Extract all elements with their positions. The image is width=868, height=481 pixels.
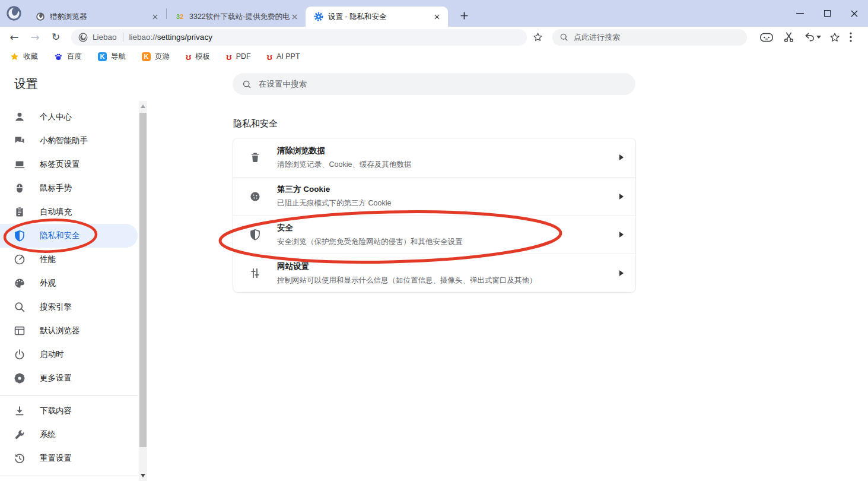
sidebar-divider [0,476,138,476]
tab-close-icon[interactable] [290,12,300,22]
quick-search-input[interactable] [574,33,716,42]
bookmark-ai-ppt[interactable]: ʊ AI PPT [267,52,300,61]
bookmark-label: 百度 [67,52,82,62]
sidebar-item-tab-page[interactable]: 标签页设置 [0,153,138,176]
baidu-paw-icon [54,52,63,61]
chat-icon [14,135,26,147]
minimize-button[interactable] [786,0,813,27]
liebao-gray-favicon-icon [36,12,45,21]
bookmark-label: 导航 [111,52,126,62]
sidebar-scrollbar[interactable] [139,101,147,481]
clipboard-icon [14,206,26,218]
row-subtitle: 控制网站可以使用和显示什么信息（如位置信息、摄像头、弹出式窗口及其他） [277,276,537,286]
sidebar-item-label: 重置设置 [40,453,72,464]
settings-search-box[interactable] [233,73,635,95]
row-third-party-cookies[interactable]: 第三方 Cookie 已阻止无痕模式下的第三方 Cookie [233,177,635,216]
bookmark-label: 模板 [195,52,210,62]
speedometer-icon [14,254,26,265]
tab-title: 3322软件下载站-提供免费的电脑软 [189,12,290,22]
address-bar[interactable]: Liebao liebao://settings/privacy [71,29,527,46]
sidebar-item-performance[interactable]: 性能 [0,248,138,271]
scroll-down-arrow-icon[interactable] [141,474,145,477]
row-security[interactable]: 安全 安全浏览（保护您免受危险网站的侵害）和其他安全设置 [233,216,635,254]
docer-icon: ʊ [267,52,272,61]
bookmark-favorites[interactable]: 收藏 [10,52,38,62]
tab-close-icon[interactable] [432,12,442,22]
wrench-icon [14,429,26,441]
scissors-icon[interactable] [783,31,794,43]
tab-3322-site[interactable]: 32 3322软件下载站-提供免费的电脑软 [167,7,306,27]
row-title: 安全 [277,223,463,233]
bookmark-pdf[interactable]: ʊ PDF [226,52,250,61]
shield-icon [249,229,261,240]
mouse-icon [14,182,26,194]
search-icon [14,301,26,313]
scrollbar-thumb[interactable] [139,113,147,447]
bookmark-baidu[interactable]: 百度 [54,52,82,62]
sidebar-item-label: 自动填充 [40,207,72,217]
sidebar-item-assistant[interactable]: 小豹智能助手 [0,129,138,153]
scroll-up-arrow-icon[interactable] [141,105,145,108]
sidebar-item-privacy-security[interactable]: 隐私和安全 [0,224,138,248]
3322-favicon-icon: 32 [175,12,185,21]
row-subtitle: 已阻止无痕模式下的第三方 Cookie [277,198,391,208]
sidebar-item-more-settings[interactable]: 更多设置 [0,366,138,390]
sidebar-item-label: 外观 [40,278,56,289]
favorites-star-icon[interactable] [829,32,840,43]
k-orange-icon: K [142,52,151,61]
bookmark-templates[interactable]: ʊ 模板 [186,52,210,62]
bookmark-label: 收藏 [23,52,38,62]
sidebar-item-on-startup[interactable]: 启动时 [0,343,138,366]
settings-search-input[interactable] [259,80,591,88]
sidebar-item-search-engine[interactable]: 搜索引擎 [0,295,138,319]
docer-icon: ʊ [186,52,191,61]
sidebar-item-label: 性能 [40,254,56,265]
settings-sidebar: 个人中心 小豹智能助手 标签页设置 鼠标手势 [0,105,138,479]
settings-gear-favicon-icon [314,12,323,21]
sidebar-item-mouse-gestures[interactable]: 鼠标手势 [0,176,138,200]
row-clear-browsing-data[interactable]: 清除浏览数据 清除浏览记录、Cookie、缓存及其他数据 [233,138,635,177]
sidebar-item-default-browser[interactable]: 默认浏览器 [0,319,138,343]
maximize-button[interactable] [813,0,841,27]
sidebar-item-label: 小豹智能助手 [40,135,88,146]
page-title: 设置 [14,76,38,92]
tab-strip: 猎豹浏览器 32 3322软件下载站-提供免费的电脑软 [0,0,868,27]
url-path: settings/privacy [157,33,212,42]
reopen-closed-tab-icon[interactable] [803,32,821,42]
toolbar: ← → ↻ Liebao liebao://settings/privacy [0,27,868,48]
sidebar-item-personal-center[interactable]: 个人中心 [0,105,138,129]
sidebar-item-appearance[interactable]: 外观 [0,271,138,295]
menu-dots-icon[interactable] [850,32,852,42]
row-subtitle: 安全浏览（保护您免受危险网站的侵害）和其他安全设置 [277,237,463,247]
k-blue-icon: K [98,52,107,61]
reload-icon[interactable]: ↻ [49,32,63,42]
sidebar-item-label: 搜索引擎 [40,302,72,312]
close-button[interactable] [841,0,868,27]
sidebar-item-reset[interactable]: 重置设置 [0,447,138,470]
row-title: 网站设置 [277,261,537,272]
sidebar-item-downloads[interactable]: 下载内容 [0,399,138,423]
bookmark-nav[interactable]: K 导航 [98,52,126,62]
quick-search-box[interactable] [552,29,747,46]
sidebar-item-label: 系统 [40,429,56,440]
sidebar-item-autofill[interactable]: 自动填充 [0,200,138,224]
url-scheme: liebao:// [129,33,157,42]
bookmark-webgames[interactable]: K 页游 [142,52,170,62]
sidebar-item-system[interactable]: 系统 [0,423,138,447]
new-tab-button[interactable] [456,8,472,24]
sidebar-item-label: 更多设置 [40,373,72,384]
row-site-settings[interactable]: 网站设置 控制网站可以使用和显示什么信息（如位置信息、摄像头、弹出式窗口及其他） [233,254,635,292]
tab-title: 猎豹浏览器 [50,12,150,22]
site-liebao-icon [78,33,88,42]
shield-icon [14,230,26,242]
tab-liebao-home[interactable]: 猎豹浏览器 [27,7,166,27]
url-separator [123,33,123,42]
gamepad-icon[interactable] [760,33,773,42]
tab-settings-active[interactable]: 设置 - 隐私和安全 [306,7,448,27]
bookmark-page-star-icon[interactable] [533,32,543,42]
tab-close-icon[interactable] [150,12,160,22]
back-icon[interactable]: ← [7,32,21,43]
forward-icon[interactable]: → [28,32,42,43]
trash-icon [249,151,261,163]
row-title: 第三方 Cookie [277,184,391,195]
